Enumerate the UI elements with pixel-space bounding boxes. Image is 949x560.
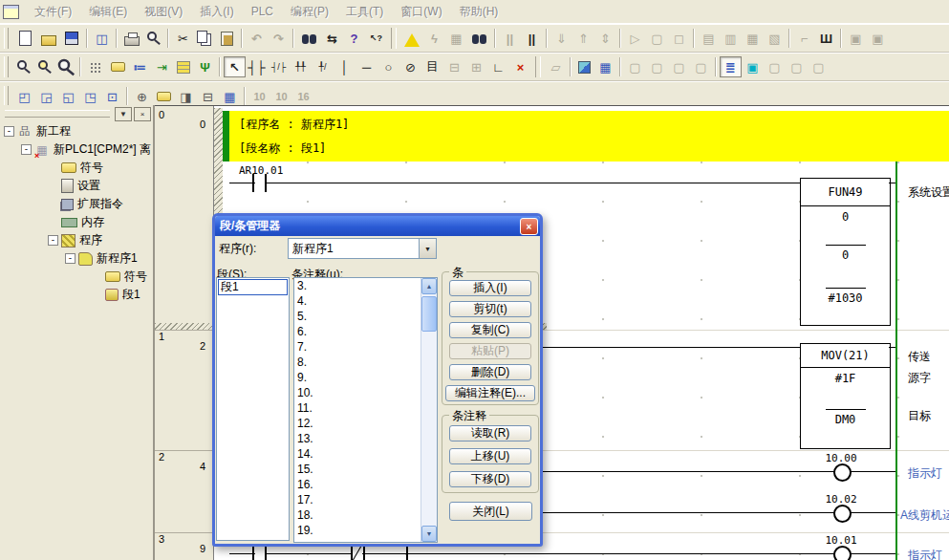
context-help-icon[interactable]: ↖? bbox=[365, 28, 387, 49]
dialog-window-icon[interactable]: ⊟ bbox=[197, 86, 219, 107]
child-window-icon[interactable] bbox=[3, 5, 19, 19]
watch-window-icon[interactable]: ◱ bbox=[57, 86, 79, 107]
tree-item-new-program1[interactable]: - 新程序1 bbox=[0, 249, 153, 268]
symbol-tree-icon[interactable]: Ψ bbox=[194, 56, 216, 77]
work-online-icon[interactable] bbox=[404, 32, 420, 47]
memory-card-icon[interactable]: ▦ bbox=[742, 28, 764, 49]
fun49-instruction-block[interactable]: FUN49 0 0 #1030 bbox=[800, 178, 891, 326]
binary-view-icon[interactable]: ▦ bbox=[219, 86, 241, 107]
menu-tools[interactable]: 工具(T) bbox=[337, 1, 392, 23]
redo-icon[interactable]: ↷ bbox=[268, 28, 290, 49]
move-up-button[interactable]: 上移(U) bbox=[449, 448, 531, 464]
rung-comment-item[interactable]: 14. bbox=[294, 446, 421, 462]
mov-instruction-block[interactable]: MOV(21) #1F DM0 bbox=[800, 343, 891, 449]
rung-comment-item[interactable]: 4. bbox=[294, 293, 421, 309]
new-closed-contact-icon[interactable]: ┤/├ bbox=[268, 56, 290, 77]
tree-item-memory[interactable]: 内存 bbox=[0, 213, 153, 231]
menu-edit[interactable]: 编辑(E) bbox=[80, 1, 136, 23]
paste-icon[interactable] bbox=[221, 32, 233, 46]
tree-item-programs[interactable]: - 程序 bbox=[0, 231, 153, 249]
contact-address[interactable]: AR10.01 bbox=[239, 164, 283, 177]
instruction-operand[interactable]: 0 bbox=[801, 210, 890, 224]
new-file-icon[interactable] bbox=[19, 31, 32, 46]
tree-item-ext-instructions[interactable]: 扩展指令 bbox=[0, 195, 153, 213]
menu-program[interactable]: 编程(P) bbox=[282, 1, 337, 23]
insert-button[interactable]: 插入(I) bbox=[449, 280, 531, 296]
edit-tools-icon[interactable]: ◲ bbox=[35, 86, 57, 107]
tree-item-section1[interactable]: 段1 bbox=[0, 286, 153, 304]
combo-dropdown-icon[interactable]: ▼ bbox=[419, 239, 436, 258]
cut-button[interactable]: 剪切(t) bbox=[449, 301, 531, 317]
address-ref-sheet-icon[interactable]: ▢ bbox=[808, 56, 830, 77]
edit-comment-button[interactable]: 编辑注释(E)... bbox=[445, 385, 535, 401]
plc-settings-icon[interactable]: ▥ bbox=[720, 28, 742, 49]
move-down-button[interactable]: 下移(D) bbox=[449, 471, 531, 487]
rung-comment-item[interactable]: 12. bbox=[294, 416, 421, 431]
new-closed-coil-icon[interactable]: ⊘ bbox=[399, 56, 421, 77]
toolbar-grip[interactable] bbox=[4, 56, 9, 77]
rung-comment-item[interactable]: 5. bbox=[294, 309, 421, 324]
program-combo[interactable]: 新程序1 ▼ bbox=[288, 238, 437, 259]
contact-bar[interactable] bbox=[265, 546, 267, 560]
rung-comment-block[interactable]: [程序名 : 新程序1] [段名称 : 段1] bbox=[229, 111, 949, 162]
rung-comment-item[interactable]: 17. bbox=[294, 492, 421, 507]
menu-plc[interactable]: PLC bbox=[243, 2, 282, 21]
rung-margin-cell[interactable]: 2 4 bbox=[155, 450, 213, 533]
section-flag-icon[interactable]: ◨ bbox=[175, 86, 197, 107]
pause-monitor-icon[interactable]: || bbox=[499, 28, 521, 49]
toolbar-grip[interactable] bbox=[4, 28, 9, 49]
force-set-icon[interactable]: ▣ bbox=[845, 28, 867, 49]
rung-comment-item[interactable]: 18. bbox=[294, 507, 421, 523]
instruction-operand[interactable]: DM0 bbox=[801, 413, 890, 426]
monitor-data-icon[interactable] bbox=[177, 61, 190, 74]
menu-view[interactable]: 视图(V) bbox=[136, 1, 191, 23]
rung-comment-item[interactable]: 11. bbox=[294, 400, 421, 416]
plc-clock-icon[interactable]: ▣ bbox=[742, 56, 764, 77]
immediate-refresh-icon[interactable]: ▢ bbox=[624, 56, 646, 77]
scroll-up-icon[interactable]: ▲ bbox=[421, 278, 437, 294]
output-coil[interactable] bbox=[833, 505, 852, 523]
zoom-custom-icon[interactable] bbox=[38, 60, 48, 70]
new-or-contact-icon[interactable]: ╀╀ bbox=[290, 56, 312, 77]
new-horizontal-icon[interactable]: ─ bbox=[356, 56, 377, 77]
rung-comment-item[interactable]: 6. bbox=[294, 324, 421, 339]
tree-item-new-project[interactable]: - 品 新工程 bbox=[0, 122, 153, 140]
stop-mode-icon[interactable]: ◻ bbox=[668, 28, 690, 49]
new-inverted-icon[interactable]: ⊟ bbox=[443, 56, 465, 77]
rung-comment-item[interactable]: 13. bbox=[294, 431, 421, 446]
reset-bit-icon[interactable]: ▢ bbox=[668, 56, 690, 77]
new-expansion-icon[interactable]: ⊞ bbox=[465, 56, 487, 77]
verify-with-plc-icon[interactable]: ⇕ bbox=[594, 28, 616, 49]
rung-comment-item[interactable]: 15. bbox=[294, 462, 421, 477]
rung-comment-list[interactable]: 3.4.5.6.7.8.9.10.11.12.13.14.15.16.17.18… bbox=[293, 277, 438, 543]
menu-file[interactable]: 文件(F) bbox=[26, 1, 80, 23]
new-instruction-icon[interactable]: 目 bbox=[421, 56, 443, 77]
download-to-plc-icon[interactable]: ⇓ bbox=[550, 28, 572, 49]
rung-comment-item[interactable]: 16. bbox=[294, 477, 421, 492]
output-coil[interactable] bbox=[833, 546, 852, 560]
line-corner-icon[interactable]: ∟ bbox=[487, 56, 509, 77]
help-icon[interactable]: ? bbox=[343, 28, 365, 49]
copy-button[interactable]: 复制(C) bbox=[449, 322, 531, 338]
open-file-icon[interactable] bbox=[41, 35, 56, 46]
instruction-operand[interactable]: 0 bbox=[801, 248, 890, 262]
view-diagram-icon[interactable]: ◫ bbox=[91, 28, 113, 49]
copy-icon[interactable] bbox=[197, 31, 207, 43]
edit-comment-icon[interactable]: ▱ bbox=[545, 56, 567, 77]
save-icon[interactable] bbox=[65, 32, 78, 45]
toggle-monitor-icon[interactable]: ▦ bbox=[445, 28, 467, 49]
rung-margin-cell[interactable]: 3 9 bbox=[155, 532, 213, 560]
differential-icon[interactable] bbox=[578, 61, 591, 74]
run-mode-icon[interactable]: ▷ bbox=[624, 28, 646, 49]
data-trace-icon[interactable]: ▧ bbox=[764, 28, 786, 49]
zoom-out-icon[interactable] bbox=[58, 59, 71, 72]
new-coil-icon[interactable]: ○ bbox=[377, 56, 399, 77]
hex-view-icon[interactable]: 16 bbox=[292, 86, 314, 107]
properties-icon[interactable]: ⊡ bbox=[101, 86, 123, 107]
cross-reference-icon[interactable]: ⊕ bbox=[131, 86, 153, 107]
scrollbar-thumb[interactable] bbox=[421, 296, 437, 332]
program-list-icon[interactable]: ≣ bbox=[720, 56, 742, 77]
decimal-view-icon[interactable]: 10 bbox=[248, 86, 270, 107]
rung-comment-item[interactable]: 9. bbox=[294, 370, 421, 385]
tree-item-symbols[interactable]: 符号 bbox=[0, 159, 153, 177]
